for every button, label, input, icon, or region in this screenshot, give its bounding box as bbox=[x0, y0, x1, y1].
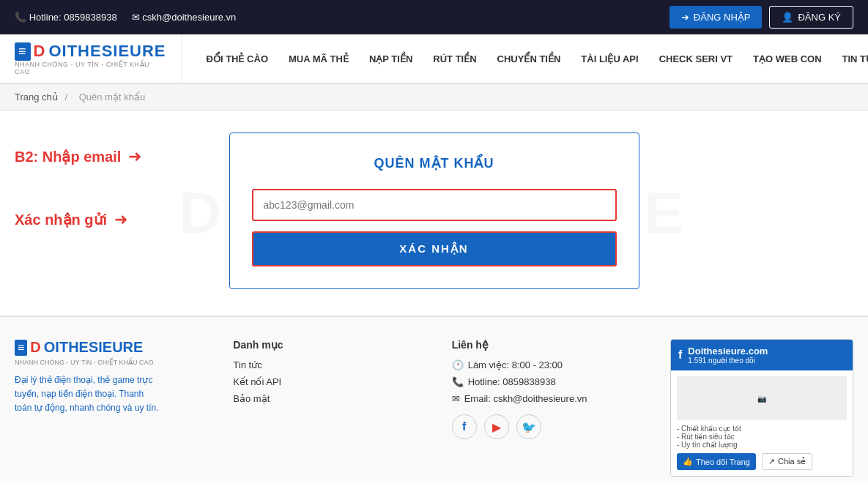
breadcrumb-home[interactable]: Trang chủ bbox=[15, 92, 58, 102]
fb-desc2: - Rút tiền siêu tốc bbox=[677, 433, 847, 441]
logo-icon: ≡ bbox=[15, 42, 31, 61]
logo: ≡ DOITHESIEURE NHANH CHÓNG - UY TÍN - CH… bbox=[15, 34, 182, 83]
confirm-button[interactable]: XÁC NHẬN bbox=[252, 231, 617, 266]
nav-link-mua-ma-the[interactable]: MUA MÃ THẺ bbox=[278, 40, 359, 78]
footer-inner: ≡ DOITHESIEURE NHANH CHÓNG - UY TÍN - CH… bbox=[15, 339, 853, 477]
forgot-password-box: QUÊN MẬT KHẨU XÁC NHẬN bbox=[229, 133, 639, 289]
footer-description: Đại lý thẻ điện thoại, thẻ game trực tuy… bbox=[15, 373, 161, 416]
top-bar: 📞 Hotline: 0859838938 ✉ cskh@doithesieur… bbox=[0, 0, 868, 34]
logo-d: D bbox=[34, 42, 46, 61]
annotation-step2-text: B2: Nhập email bbox=[15, 148, 121, 165]
nav-links: ĐỔI THẺ CÀO MUA MÃ THẺ NẠP TIỀN RÚT TIỀN… bbox=[196, 40, 868, 78]
footer-logo: ≡ DOITHESIEURE bbox=[15, 339, 204, 356]
fb-logo-icon: f bbox=[678, 348, 682, 362]
arrow-confirm-icon: ➜ bbox=[114, 210, 127, 229]
footer-link-api[interactable]: Kết nối API bbox=[233, 376, 422, 387]
fb-header: f Doithesieure.com 1.591 người theo dõi bbox=[671, 340, 853, 370]
footer-logo-main: OITHESIEURE bbox=[44, 339, 144, 356]
footer-logo-d: D bbox=[30, 339, 40, 356]
fb-actions: 👍 Theo dõi Trang ↗ Chia sẻ bbox=[677, 453, 847, 470]
email-input[interactable] bbox=[252, 189, 617, 221]
forgot-password-title: QUÊN MẬT KHẨU bbox=[252, 155, 617, 171]
contact-hotline: 📞 Hotline: 0859838938 bbox=[452, 376, 641, 387]
main-content: DOITHESIEURE B2: Nhập email ➜ Xác nhận g… bbox=[0, 111, 868, 316]
contact-email: ✉ Email: cskh@doithesieure.vn bbox=[452, 393, 641, 404]
nav-link-doi-the-cao[interactable]: ĐỔI THẺ CÀO bbox=[196, 40, 278, 78]
email: ✉ cskh@doithesieure.vn bbox=[132, 12, 237, 23]
logo-main: OITHESIEURE bbox=[48, 42, 166, 61]
fb-desc3: - Uy tín chất lượng bbox=[677, 441, 847, 449]
fb-share-button[interactable]: ↗ Chia sẻ bbox=[762, 453, 812, 470]
annotation-confirm-text: Xác nhận gửi bbox=[15, 211, 107, 228]
footer-menu-title: Danh mục bbox=[233, 339, 422, 351]
annotation-step2: B2: Nhập email ➜ bbox=[15, 147, 141, 166]
footer-col-contact: Liên hệ 🕐 Làm việc: 8:00 - 23:00 📞 Hotli… bbox=[452, 339, 641, 477]
facebook-icon[interactable]: f bbox=[452, 414, 477, 439]
fb-widget: f Doithesieure.com 1.591 người theo dõi … bbox=[670, 339, 853, 477]
footer-logo-subtitle: NHANH CHÓNG - UY TÍN - CHIẾT KHẤU CAO bbox=[15, 359, 204, 366]
footer: ≡ DOITHESIEURE NHANH CHÓNG - UY TÍN - CH… bbox=[0, 316, 868, 481]
fb-follow-button[interactable]: 👍 Theo dõi Trang bbox=[677, 453, 756, 470]
fb-desc1: - Chiết khấu cực tốt bbox=[677, 425, 847, 433]
login-button[interactable]: ➜ ĐĂNG NHẬP bbox=[669, 6, 763, 29]
breadcrumb-separator: / bbox=[64, 92, 67, 102]
fb-body: 📷 - Chiết khấu cực tốt - Rút tiền siêu t… bbox=[671, 370, 853, 476]
top-bar-right: ➜ ĐĂNG NHẬP 👤 ĐĂNG KÝ bbox=[669, 6, 853, 29]
nav-link-tao-web-con[interactable]: TẠO WEB CON bbox=[743, 40, 832, 78]
contact-hours: 🕐 Làm việc: 8:00 - 23:00 bbox=[452, 359, 641, 370]
arrow-step2-icon: ➜ bbox=[128, 147, 141, 166]
breadcrumb-current: Quên mật khẩu bbox=[79, 92, 145, 102]
nav-link-nap-tien[interactable]: NẠP TIỀN bbox=[359, 40, 423, 78]
breadcrumb: Trang chủ / Quên mật khẩu bbox=[0, 84, 868, 111]
footer-col-fbwidget: f Doithesieure.com 1.591 người theo dõi … bbox=[670, 339, 853, 477]
footer-link-tintuc[interactable]: Tin tức bbox=[233, 359, 422, 370]
annotation-area: B2: Nhập email ➜ Xác nhận gửi ➜ bbox=[15, 147, 141, 229]
top-bar-left: 📞 Hotline: 0859838938 ✉ cskh@doithesieur… bbox=[15, 12, 236, 23]
footer-logo-icon: ≡ bbox=[15, 340, 27, 356]
footer-col-menu: Danh mục Tin tức Kết nối API Bảo mật bbox=[233, 339, 422, 477]
nav-link-check-seri[interactable]: CHECK SERI VT bbox=[649, 40, 743, 78]
logo-subtitle: NHANH CHÓNG - UY TÍN - CHIẾT KHẤU CAO bbox=[15, 61, 166, 75]
fb-site-name: Doithesieure.com bbox=[688, 346, 768, 357]
clock-icon: 🕐 bbox=[452, 359, 464, 370]
annotation-confirm: Xác nhận gửi ➜ bbox=[15, 210, 141, 229]
nav-link-chuyen-tien[interactable]: CHUYỂN TIỀN bbox=[487, 40, 571, 78]
nav-link-tin-tuc[interactable]: TIN TỨC bbox=[832, 40, 868, 78]
nav-link-tai-lieu-api[interactable]: TÀI LIỆU API bbox=[571, 40, 648, 78]
phone-icon: 📞 bbox=[452, 376, 464, 387]
nav-bar: ≡ DOITHESIEURE NHANH CHÓNG - UY TÍN - CH… bbox=[0, 34, 868, 84]
fb-preview-image: 📷 bbox=[677, 376, 847, 420]
nav-link-rut-tien[interactable]: RÚT TIỀN bbox=[423, 40, 486, 78]
youtube-icon[interactable]: ▶ bbox=[484, 414, 509, 439]
footer-col-brand: ≡ DOITHESIEURE NHANH CHÓNG - UY TÍN - CH… bbox=[15, 339, 204, 477]
register-button[interactable]: 👤 ĐĂNG KÝ bbox=[769, 6, 853, 29]
hotline: 📞 Hotline: 0859838938 bbox=[15, 12, 117, 23]
social-icons: f ▶ 🐦 bbox=[452, 414, 641, 439]
footer-contact-title: Liên hệ bbox=[452, 339, 641, 351]
mail-icon: ✉ bbox=[452, 393, 460, 404]
footer-link-baomat[interactable]: Bảo mật bbox=[233, 393, 422, 404]
fb-followers: 1.591 người theo dõi bbox=[688, 357, 768, 365]
footer-links: Tin tức Kết nối API Bảo mật bbox=[233, 359, 422, 404]
twitter-icon[interactable]: 🐦 bbox=[516, 414, 541, 439]
